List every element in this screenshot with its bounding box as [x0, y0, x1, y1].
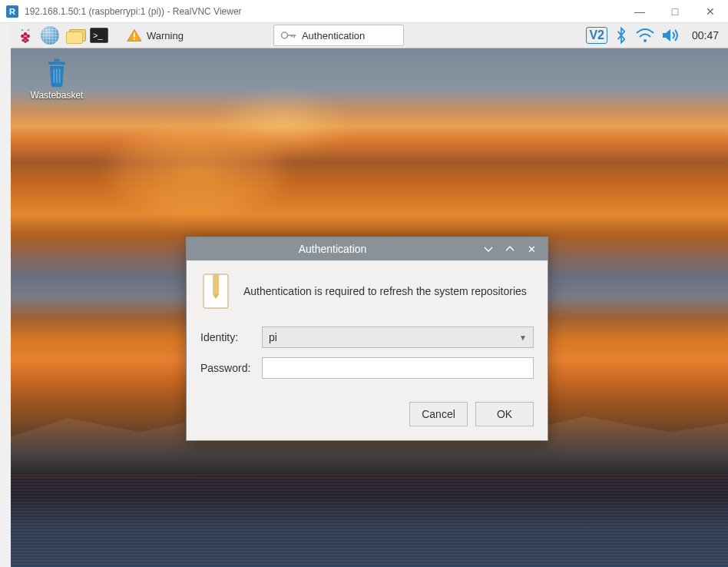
svg-rect-17	[59, 69, 61, 83]
dialog-maximize-button[interactable]	[500, 241, 520, 257]
terminal-icon	[90, 28, 108, 43]
window-title: 192.168.1.50:1 (raspberrypi:1 (pi)) - Re…	[25, 6, 242, 17]
password-row: Password:	[200, 357, 534, 379]
svg-point-0	[24, 32, 28, 36]
dialog-message: Authentication is required to refresh th…	[243, 285, 527, 297]
svg-point-6	[24, 41, 26, 43]
svg-rect-18	[54, 59, 59, 62]
cancel-button[interactable]: Cancel	[409, 402, 468, 426]
raspberry-icon	[17, 27, 34, 44]
desktop-icon-label: Wastebasket	[31, 90, 84, 101]
vnc-viewer-titlebar: R 192.168.1.50:1 (raspberrypi:1 (pi)) - …	[0, 0, 728, 23]
identity-label: Identity:	[200, 331, 262, 343]
taskbar-item-warning[interactable]: Warning	[120, 25, 195, 46]
web-browser-launcher[interactable]	[38, 25, 61, 46]
rpi-taskbar: Warning Authentication V2	[11, 23, 728, 48]
identity-value: pi	[269, 331, 277, 343]
dialog-body: Authentication is required to refresh th…	[187, 260, 548, 440]
svg-point-9	[282, 32, 288, 38]
svg-rect-11	[293, 35, 295, 38]
dialog-title: Authentication	[187, 243, 478, 255]
password-input[interactable]	[262, 357, 534, 379]
ok-button[interactable]: OK	[475, 402, 534, 426]
svg-rect-15	[53, 69, 55, 83]
bluetooth-icon	[614, 26, 629, 45]
svg-rect-7	[134, 33, 135, 38]
vnc-tray-icon: V2	[586, 27, 607, 44]
dialog-window-controls: ✕	[478, 241, 541, 257]
rpi-desktop[interactable]: Wastebasket Authentication ✕	[11, 48, 728, 567]
svg-rect-8	[134, 38, 135, 40]
taskbar-item-authentication[interactable]: Authentication	[273, 25, 404, 46]
svg-point-2	[26, 35, 30, 38]
close-button[interactable]: ✕	[693, 0, 728, 23]
svg-rect-16	[56, 69, 58, 83]
key-icon	[280, 30, 297, 41]
volume-tray[interactable]	[661, 28, 680, 43]
taskbar-launchers: Warning Authentication	[14, 25, 404, 46]
svg-rect-12	[291, 35, 293, 37]
raspberry-menu-button[interactable]	[14, 25, 37, 46]
taskbar-item-label: Authentication	[302, 30, 365, 41]
package-auth-icon	[200, 273, 231, 310]
dialog-close-button[interactable]: ✕	[521, 241, 541, 257]
identity-row: Identity: pi ▼	[200, 327, 534, 348]
authentication-dialog: Authentication ✕	[186, 237, 548, 441]
password-label: Password:	[200, 362, 262, 374]
window-controls: ― □ ✕	[622, 0, 728, 23]
identity-select[interactable]: pi ▼	[262, 327, 534, 348]
desktop-icon-wastebasket[interactable]: Wastebasket	[25, 58, 89, 101]
realvnc-app-icon: R	[6, 5, 18, 18]
trash-icon	[43, 58, 71, 88]
vnc-remote-desktop: Warning Authentication V2	[11, 23, 728, 567]
file-manager-launcher[interactable]	[63, 25, 86, 46]
vnc-server-tray[interactable]: V2	[586, 27, 607, 44]
warning-icon	[127, 28, 142, 42]
maximize-button[interactable]: □	[657, 0, 693, 23]
clock[interactable]: 00:47	[686, 29, 725, 41]
wifi-icon	[635, 27, 655, 44]
globe-icon	[41, 26, 59, 45]
chevron-down-icon: ▼	[519, 333, 527, 342]
svg-point-1	[21, 35, 25, 38]
svg-rect-14	[48, 61, 65, 65]
close-icon: ✕	[528, 244, 536, 255]
dialog-message-row: Authentication is required to refresh th…	[200, 273, 534, 310]
svg-point-13	[644, 39, 647, 42]
dialog-minimize-button[interactable]	[478, 241, 498, 257]
minimize-button[interactable]: ―	[622, 0, 657, 23]
bluetooth-tray[interactable]	[614, 26, 629, 45]
wifi-tray[interactable]	[635, 27, 655, 44]
chevron-up-icon	[505, 246, 515, 252]
system-tray: V2 00:47	[586, 26, 725, 45]
speaker-icon	[661, 28, 680, 43]
folders-icon	[65, 28, 84, 43]
chevron-down-icon	[484, 246, 493, 252]
taskbar-item-label: Warning	[147, 30, 184, 41]
dialog-titlebar[interactable]: Authentication ✕	[187, 237, 548, 260]
terminal-launcher[interactable]	[88, 25, 111, 46]
dialog-button-row: Cancel OK	[200, 402, 534, 426]
titlebar-left: R 192.168.1.50:1 (raspberrypi:1 (pi)) - …	[6, 5, 242, 18]
svg-rect-20	[213, 274, 219, 294]
